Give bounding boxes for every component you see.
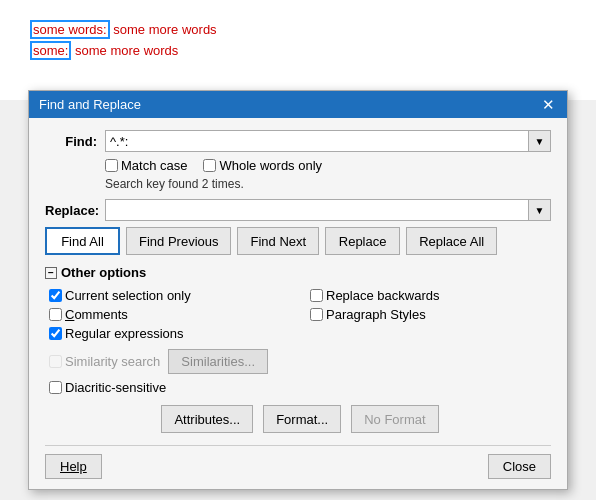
- no-format-button[interactable]: No Format: [351, 405, 438, 433]
- dialog-close-button[interactable]: ✕: [540, 97, 557, 112]
- match-case-label[interactable]: Match case: [105, 158, 187, 173]
- find-input[interactable]: [105, 130, 529, 152]
- doc-line-2-post: some more words: [71, 43, 178, 58]
- find-previous-button[interactable]: Find Previous: [126, 227, 231, 255]
- dialog-footer: Help Close: [45, 445, 551, 479]
- doc-line-2: some: some more words: [30, 41, 566, 62]
- replace-button[interactable]: Replace: [325, 227, 400, 255]
- replace-backwards-checkbox[interactable]: [310, 289, 323, 302]
- close-button[interactable]: Close: [488, 454, 551, 479]
- current-selection-checkbox[interactable]: [49, 289, 62, 302]
- find-row: Find: ▼: [45, 130, 551, 152]
- doc-line-1-post: some more words: [110, 22, 217, 37]
- replace-dropdown-button[interactable]: ▼: [529, 199, 551, 221]
- diacritic-row: Diacritic-sensitive: [49, 380, 551, 395]
- other-options-header[interactable]: − Other options: [45, 265, 551, 280]
- replace-input-wrapper: ▼: [105, 199, 551, 221]
- find-all-button[interactable]: Find All: [45, 227, 120, 255]
- paragraph-styles-label[interactable]: Paragraph Styles: [310, 307, 551, 322]
- find-input-wrapper: ▼: [105, 130, 551, 152]
- other-options-label: Other options: [61, 265, 146, 280]
- format-button[interactable]: Format...: [263, 405, 341, 433]
- find-replace-dialog: Find and Replace ✕ Find: ▼ Match case Wh…: [28, 90, 568, 490]
- format-buttons-row: Attributes... Format... No Format: [49, 405, 551, 433]
- dialog-title: Find and Replace: [39, 97, 141, 112]
- similarity-search-label[interactable]: Similarity search: [49, 354, 160, 369]
- similarities-button[interactable]: Similarities...: [168, 349, 268, 374]
- similarity-search-row: Similarity search Similarities...: [49, 349, 551, 374]
- document-area: some words: some more words some: some m…: [0, 0, 596, 100]
- find-dropdown-button[interactable]: ▼: [529, 130, 551, 152]
- doc-line-1: some words: some more words: [30, 20, 566, 41]
- highlight-1: some words:: [30, 20, 110, 39]
- replace-all-button[interactable]: Replace All: [406, 227, 497, 255]
- whole-words-checkbox[interactable]: [203, 159, 216, 172]
- replace-backwards-label[interactable]: Replace backwards: [310, 288, 551, 303]
- dialog-titlebar: Find and Replace ✕: [29, 91, 567, 118]
- find-label: Find:: [45, 134, 105, 149]
- match-case-checkbox[interactable]: [105, 159, 118, 172]
- other-options-body: Current selection only Replace backwards…: [45, 288, 551, 433]
- replace-label: Replace:: [45, 203, 105, 218]
- help-button[interactable]: Help: [45, 454, 102, 479]
- diacritic-sensitive-label[interactable]: Diacritic-sensitive: [49, 380, 551, 395]
- regular-expressions-label[interactable]: Regular expressions: [49, 326, 290, 341]
- regular-expressions-checkbox[interactable]: [49, 327, 62, 340]
- find-options-row: Match case Whole words only: [105, 158, 551, 173]
- attributes-button[interactable]: Attributes...: [161, 405, 253, 433]
- current-selection-label[interactable]: Current selection only: [49, 288, 290, 303]
- diacritic-sensitive-checkbox[interactable]: [49, 381, 62, 394]
- find-next-button[interactable]: Find Next: [237, 227, 319, 255]
- collapse-icon: −: [45, 267, 57, 279]
- main-buttons-row: Find All Find Previous Find Next Replace…: [45, 227, 551, 255]
- similarity-search-checkbox[interactable]: [49, 355, 62, 368]
- replace-input[interactable]: [105, 199, 529, 221]
- dialog-body: Find: ▼ Match case Whole words only Sear…: [29, 118, 567, 489]
- whole-words-label[interactable]: Whole words only: [203, 158, 322, 173]
- comments-checkbox[interactable]: [49, 308, 62, 321]
- replace-row: Replace: ▼: [45, 199, 551, 221]
- highlight-2: some:: [30, 41, 71, 60]
- paragraph-styles-checkbox[interactable]: [310, 308, 323, 321]
- other-options-grid: Current selection only Replace backwards…: [49, 288, 551, 341]
- comments-label[interactable]: Comments: [49, 307, 290, 322]
- status-text: Search key found 2 times.: [105, 177, 551, 191]
